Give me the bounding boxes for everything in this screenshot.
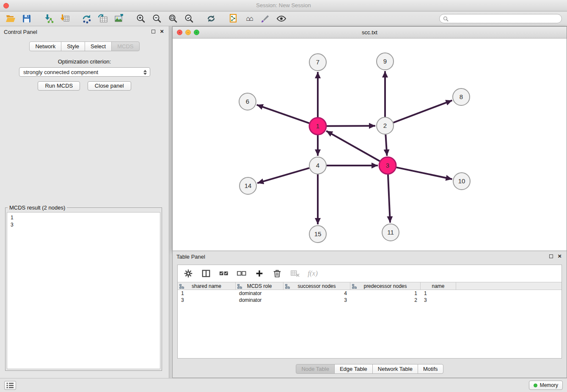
tab-mcds[interactable]: MCDS <box>111 41 139 51</box>
tab-style[interactable]: Style <box>61 41 85 51</box>
zoom-selected-button[interactable] <box>183 13 195 25</box>
table-settings-button[interactable] <box>183 268 194 279</box>
attribute-icon <box>179 284 184 289</box>
node-3[interactable]: 3 <box>379 157 396 174</box>
edge-2-8[interactable] <box>394 100 452 122</box>
zoom-in-button[interactable] <box>135 13 147 25</box>
node-10[interactable]: 10 <box>453 173 470 190</box>
new-table-button[interactable] <box>96 13 109 25</box>
main-toolbar: ⌂⌂ <box>0 11 567 26</box>
edge-4-14[interactable] <box>257 168 309 183</box>
tab-motifs[interactable]: Motifs <box>418 364 443 374</box>
node-label: 11 <box>387 229 394 236</box>
optimization-criterion-dropdown[interactable]: strongly connected component <box>19 67 150 77</box>
import-table-button[interactable] <box>58 13 71 25</box>
cell-predecessor-nodes[interactable]: 2 <box>350 297 421 304</box>
tab-network[interactable]: Network <box>29 41 61 51</box>
view-group: ⌂⌂ <box>227 13 288 25</box>
node-4[interactable]: 4 <box>309 157 326 174</box>
first-neighbors-button[interactable]: ⌂⌂ <box>243 13 256 25</box>
edge-3-1[interactable] <box>326 131 380 161</box>
column-header-shared-name[interactable]: shared name <box>178 282 236 290</box>
export-image-button[interactable] <box>113 13 125 25</box>
node-8[interactable]: 8 <box>453 88 470 105</box>
search-field[interactable] <box>439 14 562 23</box>
select-all-button[interactable] <box>218 268 229 279</box>
open-file-button[interactable] <box>4 13 17 25</box>
new-network-button[interactable] <box>80 13 93 25</box>
edge-1-6[interactable] <box>257 105 309 123</box>
cell-predecessor-nodes[interactable]: 1 <box>350 290 421 297</box>
chevron-up-down-icon <box>142 69 148 76</box>
clear-selection-button[interactable] <box>236 268 247 279</box>
node-9[interactable]: 9 <box>377 53 394 70</box>
edge-2-3[interactable] <box>385 135 387 156</box>
show-hide-button[interactable] <box>275 13 288 25</box>
cell-shared-name[interactable]: 3 <box>178 297 236 304</box>
plus-icon <box>255 269 264 278</box>
column-label: name <box>432 283 444 289</box>
tab-edge-table[interactable]: Edge Table <box>334 364 373 374</box>
column-header-predecessor-nodes[interactable]: predecessor nodes <box>350 282 421 290</box>
cell-successor-nodes[interactable]: 4 <box>284 290 350 297</box>
status-menu-button[interactable] <box>4 381 16 390</box>
window-title: Session: New Session <box>0 2 567 8</box>
memory-button[interactable]: Memory <box>529 381 563 390</box>
run-mcds-button[interactable]: Run MCDS <box>38 81 80 91</box>
column-header-name[interactable]: name <box>421 282 456 290</box>
destroy-table-button <box>289 268 300 279</box>
table-row[interactable]: 3 dominator 3 2 3 <box>178 297 561 304</box>
column-header-successor-nodes[interactable]: successor nodes <box>284 282 350 290</box>
zoom-fit-button[interactable] <box>167 13 179 25</box>
edge-3-11[interactable] <box>388 174 390 223</box>
network-window-titlebar[interactable]: × − + scc.txt <box>173 27 567 39</box>
network-canvas[interactable]: 7968124314101511 <box>173 39 567 251</box>
add-column-button[interactable] <box>254 268 265 279</box>
edge-1-2[interactable] <box>327 126 375 126</box>
cell-name[interactable]: 1 <box>421 290 456 297</box>
node-label: 6 <box>246 98 249 105</box>
table-panel-title: Table Panel <box>176 254 205 260</box>
import-network-button[interactable] <box>42 13 55 25</box>
node-2[interactable]: 2 <box>377 117 394 134</box>
node-label: 10 <box>458 177 465 185</box>
apply-style-button[interactable] <box>259 13 272 25</box>
node-6[interactable]: 6 <box>239 93 256 110</box>
cell-shared-name[interactable]: 1 <box>178 290 236 297</box>
cell-name[interactable]: 3 <box>421 297 456 304</box>
table-row[interactable]: 1 dominator 4 1 1 <box>178 290 561 297</box>
network-graph[interactable]: 7968124314101511 <box>173 39 567 251</box>
edge-3-10[interactable] <box>396 167 452 179</box>
show-columns-button[interactable] <box>201 268 212 279</box>
cell-mcds-role[interactable]: dominator <box>236 290 284 297</box>
cell-successor-nodes[interactable]: 3 <box>284 297 350 304</box>
search-input[interactable] <box>451 16 558 22</box>
close-panel-icon[interactable]: × <box>558 252 561 260</box>
node-1[interactable]: 1 <box>309 118 326 135</box>
column-header-mcds-role[interactable]: MCDS role <box>236 282 284 290</box>
copy-network-button[interactable] <box>227 13 239 25</box>
node-15[interactable]: 15 <box>309 226 326 243</box>
refresh-layout-button[interactable] <box>205 13 217 25</box>
tab-network-table[interactable]: Network Table <box>372 364 418 374</box>
tab-node-table[interactable]: Node Table <box>296 364 335 374</box>
float-window-icon[interactable] <box>151 30 155 33</box>
zoom-out-button[interactable] <box>151 13 163 25</box>
cell-mcds-role[interactable]: dominator <box>236 297 284 304</box>
delete-column-button[interactable] <box>272 268 283 279</box>
node-7[interactable]: 7 <box>309 54 326 71</box>
node-14[interactable]: 14 <box>239 177 256 194</box>
destroy-table-icon <box>290 269 300 278</box>
close-panel-icon[interactable]: × <box>160 28 164 35</box>
float-window-icon[interactable] <box>549 254 553 258</box>
save-session-icon <box>22 14 32 24</box>
node-11[interactable]: 11 <box>382 224 399 241</box>
file-group <box>4 13 33 25</box>
memory-label: Memory <box>540 382 558 388</box>
tab-select[interactable]: Select <box>85 41 112 51</box>
column-header-filler <box>456 282 561 290</box>
save-session-button[interactable] <box>20 13 33 25</box>
close-panel-button[interactable]: Close panel <box>88 81 131 91</box>
mcds-result-list[interactable]: 1 3 <box>7 212 160 369</box>
columns-icon <box>201 269 211 278</box>
